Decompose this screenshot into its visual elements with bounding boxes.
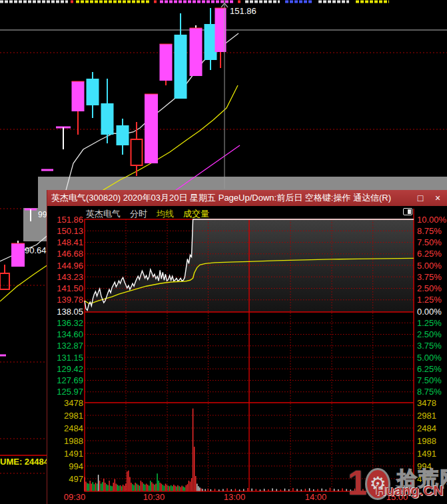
price-axis-label: 132.87 bbox=[57, 341, 83, 351]
percent-axis-label: 1.25% bbox=[417, 318, 442, 328]
screen: 151.869990.64UME: 24484.9 英杰电气(300820) 2… bbox=[0, 0, 447, 504]
percent-axis-label: 8.75% bbox=[417, 387, 442, 397]
candle-body bbox=[101, 103, 114, 135]
bg-price-tag: 151.86 bbox=[230, 6, 256, 16]
candle-body bbox=[11, 243, 25, 267]
percent-axis-label: 7.50% bbox=[417, 237, 442, 247]
price-axis-label: 141.50 bbox=[57, 283, 83, 293]
percent-axis-label: 3.75% bbox=[417, 341, 442, 351]
volume-axis-label: 2981 bbox=[417, 411, 436, 421]
percent-axis-label: 5.00% bbox=[417, 353, 442, 363]
candle-body bbox=[175, 35, 187, 99]
price-axis-label: 131.15 bbox=[57, 353, 83, 363]
price-axis-label: 146.68 bbox=[57, 249, 83, 259]
percent-axis-label: 6.25% bbox=[417, 249, 442, 259]
percent-axis-label: 1.25% bbox=[417, 295, 442, 305]
percent-axis-label: 6.25% bbox=[417, 364, 442, 374]
price-axis-label: 134.60 bbox=[57, 329, 83, 339]
candle-body bbox=[87, 79, 99, 105]
time-axis-label: 13:00 bbox=[224, 492, 246, 502]
time-axis-label: 14:00 bbox=[305, 492, 327, 502]
volume-axis-label: 994 bbox=[69, 461, 83, 471]
volume-axis-label: 2484 bbox=[64, 423, 83, 433]
volume-axis-label: 1491 bbox=[64, 449, 83, 459]
price-axis-label: 143.23 bbox=[57, 272, 83, 282]
candle-hollow bbox=[0, 273, 9, 289]
percent-axis-label: 5.00% bbox=[417, 261, 442, 271]
price-axis-label: 138.05 bbox=[57, 307, 83, 317]
candle-hollow bbox=[131, 139, 143, 165]
volume-axis-label: 1988 bbox=[64, 436, 83, 446]
price-axis-label: 151.86 bbox=[57, 215, 83, 225]
time-axis-label: 10:30 bbox=[143, 492, 165, 502]
candle-body bbox=[190, 28, 203, 76]
percent-axis-label: 2.50% bbox=[417, 283, 442, 293]
time-axis-label: 09:30 bbox=[64, 492, 86, 502]
volume-axis-label: 2484 bbox=[417, 423, 436, 433]
volume-axis-label: 1491 bbox=[417, 449, 436, 459]
percent-axis-label: 3.75% bbox=[417, 272, 442, 282]
candle-body bbox=[117, 125, 129, 145]
percent-axis-label: 10.00% bbox=[417, 215, 447, 225]
info-box bbox=[38, 177, 447, 190]
price-axis-label: 148.41 bbox=[57, 237, 83, 247]
percent-axis-label: 0.00% bbox=[417, 307, 442, 317]
volume-axis-label: 2981 bbox=[64, 411, 83, 421]
price-axis-label: 144.96 bbox=[57, 261, 83, 271]
percent-axis-label: 8.75% bbox=[417, 226, 442, 236]
volume-axis-label: 3478 bbox=[417, 398, 436, 408]
time-axis-label: 15:00 bbox=[386, 492, 408, 502]
volume-axis-label: 497 bbox=[69, 474, 83, 484]
intraday-chart[interactable]: 151.86150.13148.41146.68144.96143.23141.… bbox=[47, 190, 447, 504]
candle-body bbox=[160, 44, 173, 81]
volume-axis-label: 1988 bbox=[417, 436, 436, 446]
candle-body bbox=[72, 81, 85, 111]
price-axis-label: 136.32 bbox=[57, 318, 83, 328]
bg-low-label: 90.64 bbox=[25, 245, 47, 255]
bg-high-label: 99 bbox=[38, 210, 47, 219]
percent-axis-label: 2.50% bbox=[417, 329, 442, 339]
intraday-popup-window[interactable]: 英杰电气(300820) 2020年03月20日 星期五 PageUp/Down… bbox=[47, 190, 447, 504]
volume-axis-label: 3478 bbox=[64, 398, 83, 408]
volume-axis-label: 497 bbox=[417, 474, 432, 484]
price-axis-label: 129.42 bbox=[57, 364, 83, 374]
price-axis-label: 125.97 bbox=[57, 387, 83, 397]
price-axis-label: 139.78 bbox=[57, 295, 83, 305]
price-axis-label: 150.13 bbox=[57, 226, 83, 236]
volume-axis-label: 994 bbox=[417, 461, 432, 471]
percent-axis-label: 7.50% bbox=[417, 375, 442, 385]
price-axis-label: 127.69 bbox=[57, 375, 83, 385]
candle-body bbox=[145, 94, 158, 163]
